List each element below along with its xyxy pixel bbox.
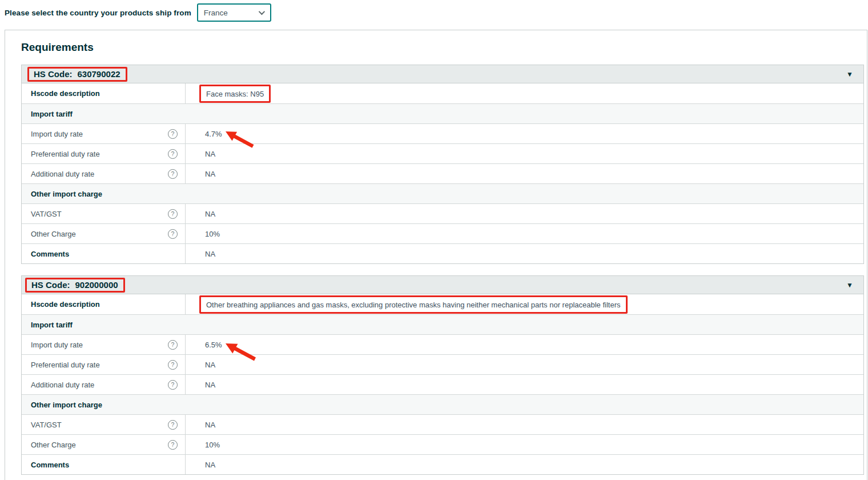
row-label: Import duty rate — [31, 341, 83, 349]
help-icon[interactable]: ? — [168, 209, 178, 219]
help-icon[interactable]: ? — [168, 340, 178, 350]
collapse-arrow-icon[interactable]: ▼ — [846, 282, 853, 289]
hs-panel-header[interactable]: HS Code: 630790022 ▼ — [21, 65, 864, 83]
row-label: Import duty rate — [31, 130, 83, 138]
row-label: Comments — [31, 250, 69, 258]
row-value: 6.5% — [205, 341, 222, 349]
table-row-vat-gst: VAT/GST ? NA — [22, 414, 863, 434]
row-value: NA — [205, 381, 215, 389]
table-row-import-duty-rate: Import duty rate ? 6.5% — [22, 334, 863, 354]
help-icon[interactable]: ? — [168, 380, 178, 390]
row-value: NA — [205, 421, 215, 429]
table-row-hscode-description: Hscode description Face masks: N95 — [22, 83, 863, 103]
page-title: Requirements — [21, 41, 863, 54]
requirements-container: Requirements HS Code: 630790022 ▼ Hscode… — [5, 30, 867, 480]
row-label: Additional duty rate — [31, 170, 94, 178]
table-row-preferential-duty-rate: Preferential duty rate ? NA — [22, 143, 863, 163]
table-row-preferential-duty-rate: Preferential duty rate ? NA — [22, 354, 863, 374]
row-value: 10% — [205, 441, 220, 449]
row-value: NA — [205, 250, 215, 258]
help-icon[interactable]: ? — [168, 229, 178, 239]
hs-panel-table: Hscode description Face masks: N95 Impor… — [21, 83, 864, 264]
row-label: Additional duty rate — [31, 381, 94, 389]
collapse-arrow-icon[interactable]: ▼ — [846, 71, 853, 78]
row-value: 4.7% — [205, 130, 222, 138]
hs-panel-header[interactable]: HS Code: 902000000 ▼ — [21, 275, 864, 294]
country-select-value: France — [204, 9, 228, 17]
row-value: NA — [205, 461, 215, 469]
section-row-other-import-charge: Other import charge — [22, 183, 863, 203]
annotation-box: HS Code: 630790022 — [27, 67, 127, 82]
help-icon[interactable]: ? — [168, 420, 178, 430]
row-label: Hscode description — [31, 89, 100, 98]
row-value: NA — [205, 170, 215, 178]
table-row-additional-duty-rate: Additional duty rate ? NA — [22, 163, 863, 183]
row-label: Comments — [31, 461, 69, 469]
section-label: Import tariff — [31, 110, 73, 118]
table-row-hscode-description: Hscode description Other breathing appli… — [22, 294, 863, 314]
country-select[interactable]: France — [197, 3, 271, 22]
ship-from-bar: Please select the country your products … — [0, 0, 868, 25]
hs-panel-table: Hscode description Other breathing appli… — [21, 294, 864, 475]
section-row-other-import-charge: Other import charge — [22, 394, 863, 414]
row-label: VAT/GST — [31, 421, 62, 429]
help-icon[interactable]: ? — [168, 169, 178, 179]
section-label: Other import charge — [31, 401, 102, 409]
table-row-vat-gst: VAT/GST ? NA — [22, 203, 863, 223]
help-icon[interactable]: ? — [168, 440, 178, 450]
table-row-other-charge: Other Charge ? 10% — [22, 434, 863, 454]
chevron-down-icon — [258, 9, 264, 15]
annotation-box: HS Code: 902000000 — [25, 278, 125, 293]
table-row-comments: Comments NA — [22, 243, 863, 263]
table-row-other-charge: Other Charge ? 10% — [22, 223, 863, 243]
help-icon[interactable]: ? — [168, 360, 178, 370]
hs-panel-630790022: HS Code: 630790022 ▼ Hscode description … — [21, 65, 864, 264]
hs-code-label: HS Code: — [31, 280, 70, 290]
section-row-import-tariff: Import tariff — [22, 314, 863, 334]
row-value: NA — [205, 210, 215, 218]
row-value: Face masks: N95 — [206, 90, 264, 98]
hs-code-value: 630790022 — [78, 69, 120, 79]
section-row-import-tariff: Import tariff — [22, 103, 863, 123]
row-value: Other breathing appliances and gas masks… — [206, 301, 621, 309]
row-value: NA — [205, 150, 215, 158]
table-row-comments: Comments NA — [22, 454, 863, 474]
hs-code-value: 902000000 — [75, 280, 118, 290]
table-row-additional-duty-rate: Additional duty rate ? NA — [22, 374, 863, 394]
ship-from-label: Please select the country your products … — [5, 9, 191, 17]
hs-panel-902000000: HS Code: 902000000 ▼ Hscode description … — [21, 275, 864, 475]
row-label: Other Charge — [31, 441, 76, 449]
help-icon[interactable]: ? — [168, 129, 178, 139]
row-label: Preferential duty rate — [31, 361, 100, 369]
help-icon[interactable]: ? — [168, 149, 178, 159]
row-label: Other Charge — [31, 230, 76, 238]
annotation-box: Other breathing appliances and gas masks… — [199, 295, 628, 314]
row-label: Preferential duty rate — [31, 150, 100, 158]
row-label: VAT/GST — [31, 210, 62, 218]
row-value: 10% — [205, 230, 220, 238]
table-row-import-duty-rate: Import duty rate ? 4.7% — [22, 123, 863, 143]
hs-code-label: HS Code: — [34, 69, 73, 79]
annotation-box: Face masks: N95 — [199, 85, 271, 103]
row-label: Hscode description — [31, 300, 100, 309]
row-value: NA — [205, 361, 215, 369]
section-label: Import tariff — [31, 321, 73, 329]
section-label: Other import charge — [31, 190, 102, 198]
